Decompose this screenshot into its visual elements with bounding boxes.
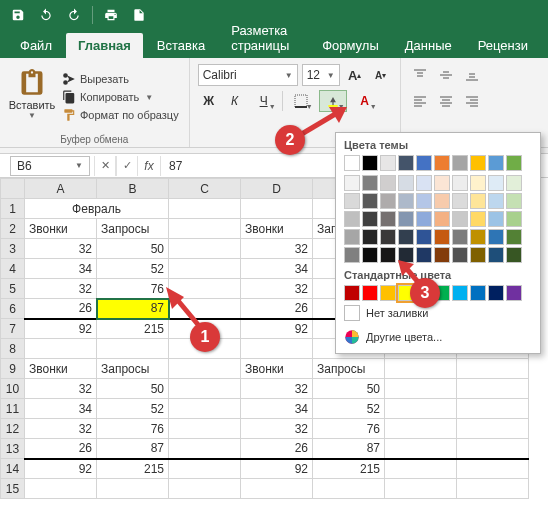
color-swatch[interactable] — [416, 193, 432, 209]
color-swatch[interactable] — [344, 193, 360, 209]
color-swatch[interactable] — [344, 285, 360, 301]
format-painter-button[interactable]: Формат по образцу — [60, 107, 181, 123]
color-swatch[interactable] — [506, 247, 522, 263]
col-header[interactable]: B — [97, 179, 169, 199]
color-swatch[interactable] — [344, 229, 360, 245]
fx-icon[interactable]: fx — [138, 159, 160, 173]
decrease-font-icon[interactable]: A▾ — [370, 64, 392, 86]
color-swatch[interactable] — [506, 211, 522, 227]
color-swatch[interactable] — [398, 193, 414, 209]
color-swatch[interactable] — [416, 155, 432, 171]
paste-button[interactable]: Вставить ▼ — [8, 62, 56, 126]
color-swatch[interactable] — [362, 247, 378, 263]
tab-data[interactable]: Данные — [393, 33, 464, 58]
accept-formula-icon[interactable]: ✓ — [116, 156, 138, 176]
tab-home[interactable]: Главная — [66, 33, 143, 58]
color-swatch[interactable] — [416, 229, 432, 245]
color-swatch[interactable] — [452, 247, 468, 263]
color-swatch[interactable] — [452, 211, 468, 227]
color-swatch[interactable] — [470, 155, 486, 171]
col-header[interactable]: D — [241, 179, 313, 199]
underline-button[interactable]: Ч▼ — [250, 90, 278, 112]
color-swatch[interactable] — [470, 285, 486, 301]
color-swatch[interactable] — [434, 229, 450, 245]
color-swatch[interactable] — [452, 229, 468, 245]
color-swatch[interactable] — [344, 247, 360, 263]
color-swatch[interactable] — [434, 211, 450, 227]
color-swatch[interactable] — [434, 175, 450, 191]
row-header[interactable]: 2 — [1, 219, 25, 239]
font-size-select[interactable]: 12▼ — [302, 64, 340, 86]
cell[interactable]: Запросы — [97, 219, 169, 239]
tab-file[interactable]: Файл — [8, 33, 64, 58]
color-swatch[interactable] — [380, 229, 396, 245]
align-left-icon[interactable] — [409, 90, 431, 112]
name-box[interactable]: B6▼ — [10, 156, 90, 176]
cell[interactable]: Звонки — [25, 219, 97, 239]
color-swatch[interactable] — [470, 229, 486, 245]
color-swatch[interactable] — [380, 155, 396, 171]
copy-button[interactable]: Копировать▼ — [60, 89, 181, 105]
color-swatch[interactable] — [452, 175, 468, 191]
color-swatch[interactable] — [488, 285, 504, 301]
font-name-select[interactable]: Calibri▼ — [198, 64, 298, 86]
color-swatch[interactable] — [362, 175, 378, 191]
more-colors-button[interactable]: Другие цвета... — [336, 325, 540, 349]
col-header[interactable]: C — [169, 179, 241, 199]
color-swatch[interactable] — [398, 211, 414, 227]
color-swatch[interactable] — [380, 247, 396, 263]
color-swatch[interactable] — [380, 285, 396, 301]
tab-review[interactable]: Рецензи — [466, 33, 540, 58]
color-swatch[interactable] — [362, 285, 378, 301]
color-swatch[interactable] — [398, 229, 414, 245]
color-swatch[interactable] — [452, 285, 468, 301]
selected-cell[interactable]: 87 — [97, 299, 169, 319]
tab-layout[interactable]: Разметка страницы — [219, 18, 308, 58]
save-icon[interactable] — [6, 3, 30, 27]
color-swatch[interactable] — [380, 193, 396, 209]
cancel-formula-icon[interactable]: ✕ — [94, 156, 116, 176]
no-fill-button[interactable]: Нет заливки — [336, 301, 540, 325]
align-center-icon[interactable] — [435, 90, 457, 112]
cell[interactable]: Февраль — [25, 199, 169, 219]
color-swatch[interactable] — [488, 155, 504, 171]
color-swatch[interactable] — [362, 229, 378, 245]
color-swatch[interactable] — [488, 211, 504, 227]
undo-icon[interactable] — [34, 3, 58, 27]
color-swatch[interactable] — [398, 155, 414, 171]
color-swatch[interactable] — [362, 155, 378, 171]
tab-insert[interactable]: Вставка — [145, 33, 217, 58]
cell[interactable]: Звонки — [241, 219, 313, 239]
color-swatch[interactable] — [434, 155, 450, 171]
color-swatch[interactable] — [488, 193, 504, 209]
bold-button[interactable]: Ж — [198, 90, 220, 112]
color-swatch[interactable] — [488, 175, 504, 191]
new-file-icon[interactable] — [127, 3, 151, 27]
align-right-icon[interactable] — [461, 90, 483, 112]
color-swatch[interactable] — [362, 211, 378, 227]
color-swatch[interactable] — [452, 155, 468, 171]
color-swatch[interactable] — [344, 175, 360, 191]
col-header[interactable]: A — [25, 179, 97, 199]
color-swatch[interactable] — [470, 175, 486, 191]
align-middle-icon[interactable] — [435, 64, 457, 86]
color-swatch[interactable] — [380, 175, 396, 191]
color-swatch[interactable] — [506, 175, 522, 191]
align-top-icon[interactable] — [409, 64, 431, 86]
color-swatch[interactable] — [488, 229, 504, 245]
increase-font-icon[interactable]: A▴ — [344, 64, 366, 86]
color-swatch[interactable] — [470, 247, 486, 263]
color-swatch[interactable] — [398, 175, 414, 191]
color-swatch[interactable] — [506, 193, 522, 209]
color-swatch[interactable] — [488, 247, 504, 263]
cut-button[interactable]: Вырезать — [60, 71, 181, 87]
tab-formulas[interactable]: Формулы — [310, 33, 391, 58]
italic-button[interactable]: К — [224, 90, 246, 112]
color-swatch[interactable] — [470, 211, 486, 227]
quick-print-icon[interactable] — [99, 3, 123, 27]
color-swatch[interactable] — [452, 193, 468, 209]
color-swatch[interactable] — [506, 155, 522, 171]
redo-icon[interactable] — [62, 3, 86, 27]
color-swatch[interactable] — [470, 193, 486, 209]
color-swatch[interactable] — [506, 229, 522, 245]
